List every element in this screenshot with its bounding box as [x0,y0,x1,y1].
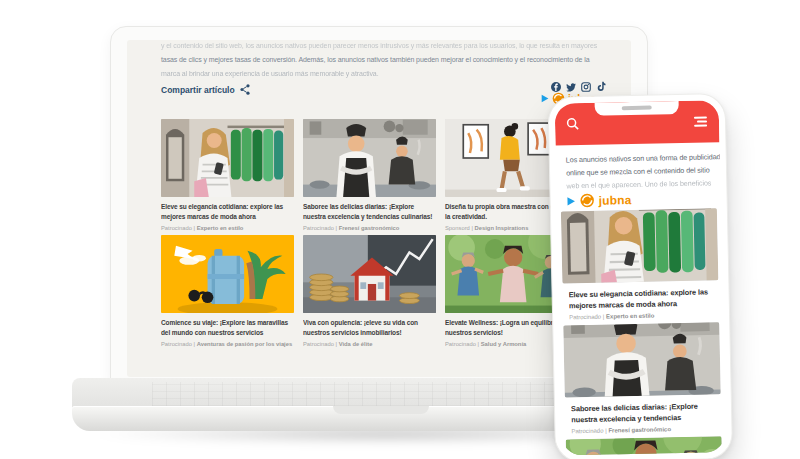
jubna-logo-text: jubna [599,193,632,208]
native-ad-card[interactable]: Eleve su elegancia cotidiana: explore la… [161,119,294,231]
facebook-icon[interactable] [551,82,561,92]
ad-image-travel[interactable] [161,235,294,313]
twitter-icon[interactable] [566,82,576,92]
native-ad-card[interactable]: Comience su viaje: ¡Explore las maravill… [161,235,294,347]
ad-title[interactable]: Saboree las delicias diarias: ¡Explore n… [303,202,436,222]
phone-intro-line: online que se mezcla con el contenido de… [566,165,710,177]
search-icon[interactable] [566,117,580,131]
instagram-icon[interactable] [581,82,591,92]
native-ad-card[interactable]: Saboree las delicias diarias: ¡Explore n… [303,119,436,231]
ad-title[interactable]: Viva con opulencia: ¡eleve su vida con n… [303,318,436,338]
phone-intro-line: web en el que aparecen. Uno de los benef… [566,178,711,190]
article-paragraph-line: tasas de clics y mejores tasas de conver… [161,56,590,63]
phone-speaker [622,106,652,110]
article-paragraph-line: y el contenido del sitio web, los anunci… [161,42,597,49]
phone-header-bar [555,100,720,145]
ad-sponsor-label: Patrocinado | Experto en estilo [161,225,294,231]
ad-image-chef[interactable] [563,322,720,397]
ad-sponsor-label: Patrocinado | Aventuras de pasión por lo… [161,341,294,347]
jubna-widget-branding[interactable]: jubna [567,192,632,208]
ad-title[interactable]: Eleve su elegancia cotidiana: explore la… [569,286,715,311]
stage: { "common": { "divider": "|" }, "colors"… [0,0,800,459]
share-icon [240,84,250,95]
tiktok-icon[interactable] [596,81,606,92]
ad-title[interactable]: Eleve su elegancia cotidiana: explore la… [161,202,294,222]
phone-screen: Los anuncios nativos son una forma de pu… [555,100,726,455]
social-icons [551,81,606,92]
ad-sponsor-label: Patrocinado | Frenesí gastronómico [571,426,671,434]
phone-notch [595,101,679,116]
ad-image-realestate[interactable] [303,235,436,313]
ad-image-fashion[interactable] [561,208,718,283]
share-label: Compartir artículo [161,85,235,95]
adchoices-icon [541,94,549,103]
share-article-button[interactable]: Compartir artículo [161,84,250,95]
phone-mockup: Los anuncios nativos son una forma de pu… [547,93,733,459]
native-ad-card[interactable]: Viva con opulencia: ¡eleve su vida con n… [303,235,436,347]
hamburger-menu-icon[interactable] [694,116,707,129]
ad-sponsor-label: Patrocinado | Experto en estilo [569,313,654,321]
ad-title[interactable]: Saboree las delicias diarias: ¡Explore n… [571,400,717,425]
adchoices-icon [567,196,576,206]
ad-image-wellness[interactable] [566,436,723,455]
ad-image-fashion[interactable] [161,119,294,197]
article-paragraph-line: marca al brindar una experiencia de usua… [161,70,379,77]
ad-sponsor-label: Patrocinado | Vida de élite [303,341,436,347]
phone-intro-line: Los anuncios nativos son una forma de pu… [566,152,721,164]
laptop-lid-notch [333,406,429,414]
ad-sponsor-label: Patrocinado | Frenesí gastronómico [303,225,436,231]
ad-image-chef[interactable] [303,119,436,197]
ad-title[interactable]: Comience su viaje: ¡Explore las maravill… [161,318,294,338]
jubna-logo-icon [579,193,594,208]
